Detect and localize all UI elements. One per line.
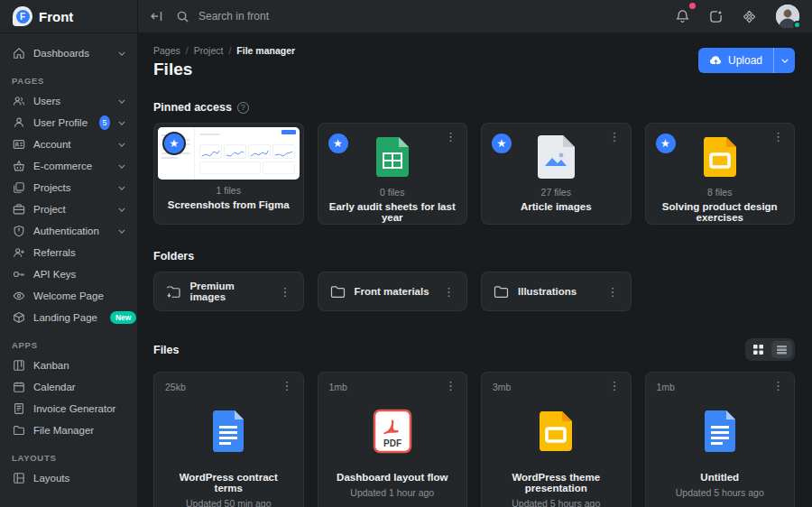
sidebar-item-referrals[interactable]: Referrals: [0, 242, 137, 263]
cube-icon: [12, 311, 25, 324]
search-bar[interactable]: [177, 9, 676, 23]
sidebar-item-projects[interactable]: Projects: [0, 177, 137, 198]
activity-button[interactable]: [709, 10, 723, 23]
sidebar-item-ecommerce[interactable]: E-commerce: [0, 155, 137, 177]
brand-name: Front: [39, 9, 73, 24]
more-options-button[interactable]: ⋮: [772, 131, 784, 143]
sidebar-item-user-profile[interactable]: User Profile 5: [0, 112, 137, 134]
pinned-card[interactable]: ★ ⋮ 8 files Solving product design exerc…: [645, 123, 796, 225]
more-options-button[interactable]: ⋮: [609, 131, 621, 143]
sidebar-item-api-keys[interactable]: API Keys: [0, 263, 137, 285]
more-options-button[interactable]: ⋮: [443, 286, 455, 298]
file-card[interactable]: 25kb ⋮ WordPress contract terms Updated …: [153, 372, 304, 507]
chevron-down-icon: [118, 229, 125, 234]
folders-title: Folders: [153, 250, 795, 263]
chevron-down-icon: [118, 121, 125, 125]
chevron-down-icon: [118, 186, 125, 190]
grid-view-icon: [753, 345, 763, 355]
star-icon[interactable]: ★: [162, 132, 186, 155]
sidebar-item-dashboards[interactable]: Dashboards: [0, 42, 137, 64]
front-logo-icon: F: [13, 6, 32, 26]
more-options-button[interactable]: ⋮: [772, 380, 784, 392]
file-updated: Updated 1 hour ago: [329, 487, 457, 498]
id-card-icon: [12, 138, 25, 151]
apps-launcher-button[interactable]: [743, 10, 756, 23]
sidebar-item-calendar[interactable]: Calendar: [0, 376, 137, 398]
breadcrumb-project[interactable]: Project: [194, 45, 224, 56]
user-avatar[interactable]: [776, 5, 799, 28]
chevron-down-icon: [118, 143, 125, 147]
file-name: Untitled: [657, 472, 784, 483]
folder-card[interactable]: Premium images ⋮: [153, 272, 304, 311]
bell-icon: [676, 9, 689, 23]
more-options-button[interactable]: ⋮: [281, 380, 293, 392]
folder-card[interactable]: Illustrations ⋮: [481, 272, 632, 311]
pinned-card[interactable]: ★: [153, 123, 304, 225]
pinned-card-name: Article images: [491, 201, 622, 212]
basket-icon: [12, 160, 25, 172]
notifications-button[interactable]: [676, 9, 689, 23]
sidebar-item-users[interactable]: Users: [0, 90, 137, 112]
more-options-button[interactable]: ⋮: [609, 380, 621, 392]
sidebar-item-layouts[interactable]: Layouts: [0, 467, 137, 489]
search-input[interactable]: [197, 9, 395, 23]
home-icon: [12, 47, 25, 60]
star-icon[interactable]: ★: [654, 132, 678, 155]
chevron-down-icon: [118, 164, 125, 169]
file-card[interactable]: 1mb ⋮ Untitled Updated 5 hours ago: [645, 372, 796, 507]
help-icon[interactable]: ?: [237, 102, 249, 114]
activity-icon: [709, 10, 723, 23]
sidebar-section-layouts: LAYOUTS: [0, 441, 137, 467]
pinned-grid: ★: [153, 123, 795, 225]
landing-page-new-badge: New: [110, 311, 136, 324]
file-name: Dashboard layout flow: [329, 472, 457, 483]
folder-download-icon: [166, 285, 180, 299]
folder-icon: [12, 424, 25, 437]
files-grid: 25kb ⋮ WordPress contract terms Updated …: [153, 372, 795, 507]
sidebar-item-welcome-page[interactable]: Welcome Page: [0, 285, 137, 307]
files-title: Files: [153, 344, 180, 356]
folder-name: Front materials: [355, 286, 429, 297]
chevron-down-icon: [781, 59, 789, 63]
brand[interactable]: F Front: [0, 0, 137, 32]
sidebar: Dashboards PAGES Users User Profile 5 Ac…: [0, 33, 137, 507]
calendar-icon: [12, 381, 25, 393]
more-options-button[interactable]: ⋮: [445, 131, 457, 143]
main-content: Pages / Project / File manager Files Upl…: [137, 33, 812, 507]
folder-icon: [494, 285, 509, 299]
file-card[interactable]: 1mb ⋮ PDF Dashboard layout flow Updated …: [318, 372, 468, 507]
file-name: WordPress theme presentation: [493, 472, 620, 493]
upload-button[interactable]: Upload: [698, 48, 795, 73]
more-options-button[interactable]: ⋮: [280, 286, 291, 298]
sidebar-collapse-icon[interactable]: [151, 11, 162, 22]
sidebar-item-authentication[interactable]: Authentication: [0, 220, 137, 242]
list-view-button[interactable]: [771, 341, 792, 358]
pinned-card[interactable]: ★ ⋮ 27 files Article images: [481, 123, 632, 225]
list-view-icon: [777, 345, 787, 355]
search-icon: [177, 11, 189, 23]
pdf-file-icon: PDF: [373, 409, 412, 454]
sidebar-item-landing-page[interactable]: Landing Page New: [0, 307, 137, 328]
svg-text:PDF: PDF: [383, 438, 401, 448]
google-docs-icon: [209, 409, 247, 454]
grid-view-button[interactable]: [748, 341, 769, 358]
cloud-upload-icon: [709, 55, 722, 66]
sidebar-item-project[interactable]: Project: [0, 198, 137, 220]
sidebar-item-invoice-generator[interactable]: Invoice Generator: [0, 398, 137, 419]
sidebar-item-kanban[interactable]: Kanban: [0, 355, 137, 376]
sidebar-section-apps: APPS: [0, 328, 137, 355]
file-card[interactable]: 3mb ⋮ WordPress theme presentation Updat…: [481, 372, 632, 507]
breadcrumb: Pages / Project / File manager: [153, 45, 295, 56]
breadcrumb-pages[interactable]: Pages: [153, 45, 180, 56]
sidebar-item-account[interactable]: Account: [0, 134, 137, 155]
upload-dropdown-toggle[interactable]: [773, 48, 795, 73]
file-updated: Updated 5 hours ago: [493, 498, 620, 507]
sidebar-section-pages: PAGES: [0, 64, 137, 90]
star-icon[interactable]: ★: [327, 132, 350, 155]
star-icon[interactable]: ★: [490, 132, 513, 155]
sidebar-item-file-manager[interactable]: File Manager: [0, 419, 137, 441]
pinned-card[interactable]: ★ ⋮ 0 files Early audit sheets for last …: [318, 123, 468, 225]
folder-card[interactable]: Front materials ⋮: [318, 272, 468, 311]
more-options-button[interactable]: ⋮: [445, 380, 457, 392]
more-options-button[interactable]: ⋮: [607, 286, 619, 298]
